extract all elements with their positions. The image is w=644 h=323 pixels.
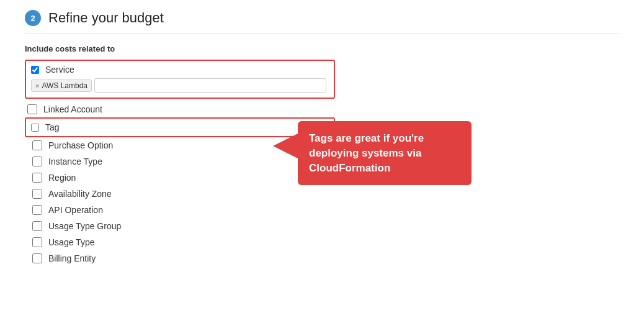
checkbox-label: API Operation <box>48 205 103 215</box>
checkbox-label: Availability Zone <box>48 189 112 199</box>
checkbox-label: Region <box>48 173 76 183</box>
checkbox-input[interactable] <box>32 140 42 150</box>
linked-account-checkbox[interactable] <box>27 104 37 114</box>
checkbox-row: Usage Type <box>30 234 619 250</box>
section-label: Include costs related to <box>25 44 619 53</box>
tooltip-arrow-icon <box>273 134 298 158</box>
checkbox-label: Billing Entity <box>48 253 96 263</box>
step-badge: 2 <box>25 10 41 26</box>
pill-label: AWS Lambda <box>42 81 87 90</box>
checkbox-input[interactable] <box>32 189 42 199</box>
tooltip-box: Tags are great if you're deploying syste… <box>298 121 472 185</box>
page-title: Refine your budget <box>48 10 164 26</box>
checkbox-label: Usage Type Group <box>48 221 121 231</box>
service-pill: × AWS Lambda <box>31 80 92 92</box>
checkbox-label: Purchase Option <box>48 140 113 150</box>
tooltip-container: Tags are great if you're deploying syste… <box>273 121 472 185</box>
checkbox-input[interactable] <box>32 205 42 215</box>
service-checkbox[interactable] <box>31 66 39 74</box>
step-header: 2 Refine your budget <box>25 10 619 34</box>
checkbox-input[interactable] <box>32 253 42 263</box>
checkbox-input[interactable] <box>32 157 42 166</box>
linked-account-label: Linked Account <box>43 104 102 114</box>
checkbox-label: Instance Type <box>48 157 102 166</box>
service-input[interactable] <box>94 78 326 93</box>
tag-label: Tag <box>45 122 60 132</box>
linked-account-row: Linked Account <box>25 101 619 117</box>
checkbox-input[interactable] <box>32 221 42 231</box>
checkbox-input[interactable] <box>32 237 42 247</box>
service-input-row: × AWS Lambda <box>31 78 329 93</box>
service-label: Service <box>45 65 74 75</box>
checkbox-input[interactable] <box>32 173 42 183</box>
checkbox-row: API Operation <box>30 202 619 218</box>
checkbox-row: Billing Entity <box>30 250 619 266</box>
service-filter-box: Service × AWS Lambda <box>25 60 335 99</box>
checkbox-row: Availability Zone <box>30 186 619 202</box>
tag-checkbox[interactable] <box>31 124 39 132</box>
checkbox-row: Usage Type Group <box>30 218 619 234</box>
checkbox-label: Usage Type <box>48 237 94 247</box>
pill-remove-icon[interactable]: × <box>35 82 39 89</box>
service-header: Service <box>31 65 329 75</box>
